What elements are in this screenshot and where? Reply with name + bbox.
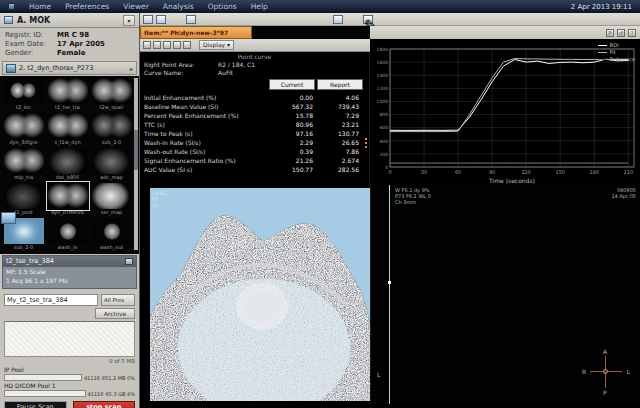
thumbnail-caption: wash_in	[58, 244, 78, 251]
series-thumbnail-image[interactable]	[48, 148, 88, 174]
info-value: 17 Apr 2005	[57, 40, 105, 49]
series-thumbnail-image[interactable]	[92, 78, 132, 104]
patient-sidebar: A. MOK ▾ Registr. ID: MR C 98 Exam Date:…	[0, 13, 140, 408]
menu-item[interactable]: Options	[208, 2, 237, 11]
metric-current-value: 80.96	[273, 120, 319, 129]
view-toolbar-right: P ↺ ?	[370, 26, 640, 39]
pool-row: HD DICOM Pool 1 41116 65.3 GB 4%	[4, 382, 135, 397]
thumbnail-grid: t2_loc t1_tse_tra t2w_spair dyn_	[3, 78, 132, 252]
series-thumbnail-image[interactable]	[92, 218, 132, 244]
save-icon[interactable]	[186, 15, 196, 24]
localizer-viewport[interactable]: W F6.1 dy 9%P73 F6.1 WL 0Ch 3mm 09060514…	[370, 185, 640, 404]
patient-icon	[4, 16, 13, 24]
metric-current-value: 15.78	[273, 111, 319, 120]
localizer-handle[interactable]	[388, 281, 391, 284]
pan-icon[interactable]	[173, 41, 181, 49]
series-thumbnail-image[interactable]	[4, 183, 44, 209]
kinetics-metrics-panel: Point curve Right Point Area: R2 / 184, …	[140, 52, 370, 185]
pin-icon[interactable]: P	[606, 29, 614, 37]
thumbnail-cell[interactable]: wash_in	[47, 218, 88, 252]
svg-text:200: 200	[379, 152, 388, 157]
thumbnail-cell[interactable]: adc_map	[91, 148, 132, 182]
queue-note: 0 of 5 MB	[4, 357, 135, 365]
thumbnail-cell[interactable]: t2_loc	[3, 78, 44, 112]
pointer-icon[interactable]	[143, 41, 151, 49]
thumbnail-caption: sub_1-0	[102, 139, 122, 146]
worklist-box[interactable]	[4, 321, 135, 357]
dynamic-series-tab[interactable]: Item:** Ph\dyn-new-3*97	[140, 26, 252, 39]
folder-icon[interactable]	[156, 15, 166, 24]
thumbnail-cell[interactable]: s_t1w_dyn	[47, 113, 88, 147]
series-thumbnail-image[interactable]	[48, 113, 88, 139]
thumbnail-cell[interactable]: t2w_spair	[91, 78, 132, 112]
series-thumbnail-image[interactable]	[4, 78, 44, 104]
thumbnail-cell[interactable]: sub_2-0	[3, 218, 44, 252]
edit-icon[interactable]: ✎	[363, 15, 373, 24]
archive-button[interactable]: Archive	[95, 308, 135, 319]
metric-label: TTC (s)	[144, 120, 273, 129]
printer-icon[interactable]	[333, 15, 343, 24]
info-value: MR C 98	[57, 31, 89, 40]
application-window: HomePreferencesViewerAnalysisOptionsHelp…	[0, 0, 640, 408]
series-thumbnail-image[interactable]	[48, 78, 88, 104]
tab-strip-spacer	[252, 26, 370, 39]
roi-icon[interactable]	[153, 41, 161, 49]
series-thumbnail-image[interactable]	[92, 183, 132, 209]
help-icon[interactable]: ?	[628, 29, 636, 37]
import-icon[interactable]	[143, 15, 153, 24]
thumbnail-cell[interactable]: sub_1-0	[91, 113, 132, 147]
compass-left: L	[627, 368, 630, 375]
orientation-marker-right: R	[154, 387, 158, 394]
thumbnail-cell[interactable]: dyn_3dfgre	[3, 113, 44, 147]
pool-value: 41116	[88, 391, 104, 397]
metric-label: Wash-in Rate (SI/s)	[144, 138, 273, 147]
menu-item[interactable]: Analysis	[163, 2, 194, 11]
series-thumbnail-image[interactable]	[4, 148, 44, 174]
refresh-icon[interactable]: ↺	[617, 29, 625, 37]
zoom-icon[interactable]	[163, 41, 171, 49]
metric-label: Percent Peak Enhancement (%)	[144, 111, 273, 120]
thumbnail-cell[interactable]: ser_map	[91, 183, 132, 217]
stop-scan-button[interactable]: stop scan	[73, 401, 136, 408]
compass-center-dot	[603, 369, 608, 374]
scrollbar-thumb[interactable]	[134, 130, 138, 170]
series-thumbnail-image[interactable]	[48, 218, 88, 244]
thumbnail-caption: wash_out	[100, 244, 124, 251]
preset-dropdown[interactable]: All Pres	[101, 294, 135, 306]
metric-label: Signal Enhancement Ratio (%)	[144, 156, 273, 165]
menu-item[interactable]: Preferences	[65, 2, 109, 11]
svg-text:30: 30	[421, 169, 427, 175]
display-dropdown[interactable]: Display ▾	[199, 40, 234, 50]
thumbnail-cell[interactable]: t1_tse_tra	[47, 78, 88, 112]
mri-image-viewport[interactable]: LA K1P7Gr R L	[150, 188, 370, 401]
image-overlay-text: LA K1P7Gr	[152, 190, 166, 208]
series-thumbnail-image[interactable]	[92, 113, 132, 139]
thumbnail-cell[interactable]: mip_tra	[3, 148, 44, 182]
thumbnail-scrollbar[interactable]	[134, 78, 138, 250]
patient-name: A. MOK	[17, 16, 50, 25]
pause-scan-button[interactable]: Pause Scan	[4, 401, 67, 408]
series-dropdown[interactable]: 2. t2_dyn_thorax_P273 ▸	[2, 61, 137, 75]
grid-icon[interactable]	[125, 258, 133, 265]
compass-posterior: P	[603, 389, 607, 396]
orientation-compass: A P R L	[586, 352, 626, 392]
table-row: Time to Peak (s) 97.16 130.77	[140, 129, 369, 138]
menu-item[interactable]: Viewer	[123, 2, 149, 11]
menu-item[interactable]: Help	[251, 2, 268, 11]
series-thumbnail-image[interactable]	[4, 113, 44, 139]
series-name-input[interactable]	[4, 294, 98, 306]
svg-text:Time (seconds): Time (seconds)	[488, 177, 535, 184]
patient-options-button[interactable]: ▾	[123, 15, 135, 26]
thumbnail-cell[interactable]: dyn_eTHRIVE	[47, 183, 88, 217]
pool-row: IP Pool 41116 851.2 MB 0%	[4, 366, 135, 381]
thumbnail-cell[interactable]: dwi_b800	[47, 148, 88, 182]
series-thumbnail-image[interactable]	[4, 218, 44, 244]
chevron-right-icon: ▸	[130, 65, 133, 72]
thumbnail-cell[interactable]: wash_out	[91, 218, 132, 252]
pool-progress-bar	[4, 374, 82, 381]
menu-item[interactable]: Home	[29, 2, 51, 11]
marker-icon[interactable]	[183, 41, 191, 49]
series-thumbnail-image[interactable]	[48, 183, 88, 209]
series-thumbnail-image[interactable]	[92, 148, 132, 174]
localizer-line[interactable]	[389, 185, 390, 404]
